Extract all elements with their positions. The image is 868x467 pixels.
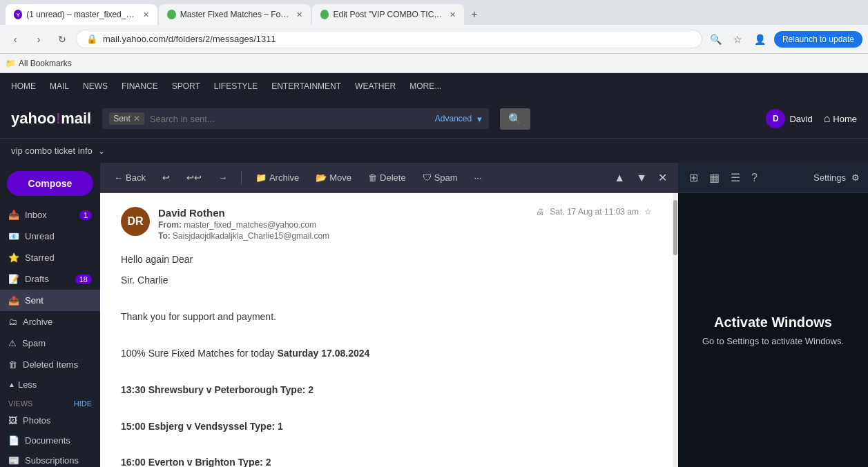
- topnav-lifestyle[interactable]: LIFESTYLE: [214, 79, 258, 94]
- topnav-entertainment[interactable]: ENTERTAINMENT: [271, 79, 341, 94]
- archive-icon: 🗂: [8, 317, 17, 327]
- settings-gear-icon[interactable]: ⚙: [851, 172, 860, 183]
- advanced-search-link[interactable]: Advanced: [435, 114, 472, 123]
- main-content: Compose 📥 Inbox 1 📧 Unread ⭐ Starred 📝 D…: [0, 163, 868, 467]
- tab-3-text: Edit Post "VIP COMBO TICKET...: [333, 10, 443, 19]
- folder-bar: vip combo ticket info ⌄: [0, 138, 868, 163]
- profile-icon[interactable]: 👤: [751, 30, 770, 49]
- tab-1-text: (1 unread) – master_fixed_matc...: [26, 10, 136, 19]
- starred-icon: ⭐: [8, 252, 19, 263]
- email-star-icon[interactable]: ☆: [644, 207, 652, 217]
- sidebar-item-photos[interactable]: 🖼 Photos: [0, 410, 100, 430]
- prev-message-button[interactable]: ▲: [611, 169, 628, 187]
- search-button[interactable]: 🔍: [500, 108, 530, 130]
- topnav-mail[interactable]: MAIL: [50, 79, 69, 94]
- spam-icon: ⚠: [8, 338, 17, 348]
- sidebar-item-sent[interactable]: 📤 Sent: [0, 290, 100, 311]
- compose-button[interactable]: Compose: [7, 171, 93, 196]
- forward-icon: →: [218, 172, 227, 183]
- tab-2[interactable]: Master Fixed Matches – Footb... ✕: [159, 4, 311, 25]
- inbox-count: 1: [79, 210, 92, 220]
- address-bar[interactable]: 🔒 mail.yahoo.com/d/folders/2/messages/13…: [76, 30, 702, 48]
- move-button[interactable]: 📂 Move: [310, 170, 357, 186]
- new-tab-button[interactable]: +: [465, 6, 483, 23]
- search-input[interactable]: [150, 114, 430, 124]
- email-scrollbar[interactable]: [673, 193, 678, 467]
- email-meta: DR David Rothen From: master_fixed_match…: [121, 207, 652, 241]
- forward-button[interactable]: ›: [29, 30, 48, 49]
- search-tag-close-icon[interactable]: ✕: [133, 114, 140, 123]
- panel-help-icon[interactable]: ?: [749, 169, 760, 187]
- email-scrollbar-thumb[interactable]: [673, 200, 677, 255]
- folder-bar-text: vip combo ticket info: [11, 146, 93, 156]
- topnav-more[interactable]: MORE...: [409, 79, 441, 94]
- topnav-news[interactable]: NEWS: [83, 79, 108, 94]
- move-label: Move: [329, 172, 351, 183]
- sidebar-item-starred[interactable]: ⭐ Starred: [0, 247, 100, 268]
- activate-text: Go to Settings to activate Windows.: [702, 336, 844, 346]
- sidebar-item-archive[interactable]: 🗂 Archive: [0, 311, 100, 332]
- less-toggle[interactable]: ▲ Less: [0, 375, 100, 394]
- search-sent-tag[interactable]: Sent ✕: [109, 112, 144, 125]
- sidebar-item-documents[interactable]: 📄 Documents: [0, 430, 100, 450]
- match-2: 15:00 Esbjerg v Vendsyssel Type: 1: [121, 419, 652, 434]
- print-icon[interactable]: 🖨: [536, 207, 544, 217]
- sidebar-item-drafts[interactable]: 📝 Drafts 18: [0, 268, 100, 290]
- back-to-list-button[interactable]: ← Back: [108, 170, 151, 186]
- tab-1[interactable]: Y (1 unread) – master_fixed_matc... ✕: [6, 4, 157, 25]
- inbox-icon: 📥: [8, 210, 19, 220]
- user-avatar: D: [766, 109, 785, 128]
- sidebar-item-inbox[interactable]: 📥 Inbox 1: [0, 204, 100, 226]
- right-panel-settings[interactable]: Settings ⚙: [813, 172, 860, 183]
- spam-label: Spam: [22, 338, 46, 348]
- email-to: To: Saisjdaojdkadaljkla_Charlie15@gmail.…: [158, 231, 528, 241]
- back-arrow-icon: ←: [114, 172, 123, 183]
- reply-button[interactable]: ↩: [157, 170, 175, 186]
- panel-view-icon[interactable]: ▦: [706, 168, 722, 187]
- sidebar-item-spam[interactable]: ⚠ Spam: [0, 332, 100, 354]
- browser-toolbar: ‹ › ↻ 🔒 mail.yahoo.com/d/folders/2/messa…: [0, 25, 868, 54]
- folder-bar-dropdown-icon[interactable]: ⌄: [98, 146, 105, 156]
- panel-grid-icon[interactable]: ⊞: [686, 168, 701, 187]
- sidebar-item-subscriptions[interactable]: 📰 Subscriptions: [0, 450, 100, 467]
- sidebar-item-unread[interactable]: 📧 Unread: [0, 226, 100, 247]
- archive-button[interactable]: 📁 Archive: [250, 170, 305, 186]
- home-button[interactable]: ⌂ Home: [824, 112, 857, 125]
- tab-3[interactable]: Edit Post "VIP COMBO TICKET... ✕: [312, 4, 464, 25]
- user-account[interactable]: D David: [766, 109, 812, 128]
- back-button[interactable]: ‹: [6, 30, 25, 49]
- tab-1-favicon: Y: [14, 10, 22, 19]
- reply-all-button[interactable]: ↩↩: [181, 170, 207, 186]
- panel-list-icon[interactable]: ☰: [728, 168, 743, 187]
- email-toolbar: ← Back ↩ ↩↩ → 📁 Archive 📂: [100, 163, 678, 193]
- close-email-button[interactable]: ✕: [655, 168, 670, 187]
- topnav-weather[interactable]: WEATHER: [355, 79, 396, 94]
- email-date-text: Sat, 17 Aug at 11:03 am: [550, 207, 639, 217]
- tab-2-close[interactable]: ✕: [296, 10, 302, 19]
- topnav-home[interactable]: HOME: [11, 79, 36, 94]
- sidebar-item-deleted[interactable]: 🗑 Deleted Items: [0, 354, 100, 375]
- search-bar[interactable]: Sent ✕ Advanced ▾: [102, 108, 489, 129]
- delete-button[interactable]: 🗑 Delete: [363, 170, 412, 186]
- tab-1-close[interactable]: ✕: [143, 10, 149, 19]
- deleted-icon: 🗑: [8, 359, 17, 370]
- from-email: master_fixed_matches@yahoo.com: [184, 220, 316, 230]
- views-section-label: Views: [8, 399, 32, 408]
- forward-button[interactable]: →: [213, 170, 233, 186]
- relaunch-button[interactable]: Relaunch to update: [774, 31, 862, 48]
- delete-icon: 🗑: [368, 172, 377, 183]
- topnav-sport[interactable]: SPORT: [172, 79, 200, 94]
- search-icon[interactable]: 🔍: [706, 30, 726, 49]
- tab-3-close[interactable]: ✕: [450, 10, 456, 19]
- topnav-finance[interactable]: FINANCE: [122, 79, 158, 94]
- views-hide-button[interactable]: Hide: [74, 399, 92, 408]
- bookmark-icon[interactable]: ☆: [729, 30, 748, 49]
- spam-button[interactable]: 🛡 Spam: [417, 170, 463, 186]
- photos-icon: 🖼: [8, 415, 17, 426]
- next-message-button[interactable]: ▼: [633, 169, 650, 187]
- separator-1: [241, 171, 242, 185]
- delete-label: Delete: [380, 172, 406, 183]
- right-panel: ⊞ ▦ ☰ ? Settings ⚙ Activate Windows Go t…: [678, 163, 868, 467]
- more-options-button[interactable]: ···: [469, 170, 488, 186]
- refresh-button[interactable]: ↻: [52, 30, 72, 49]
